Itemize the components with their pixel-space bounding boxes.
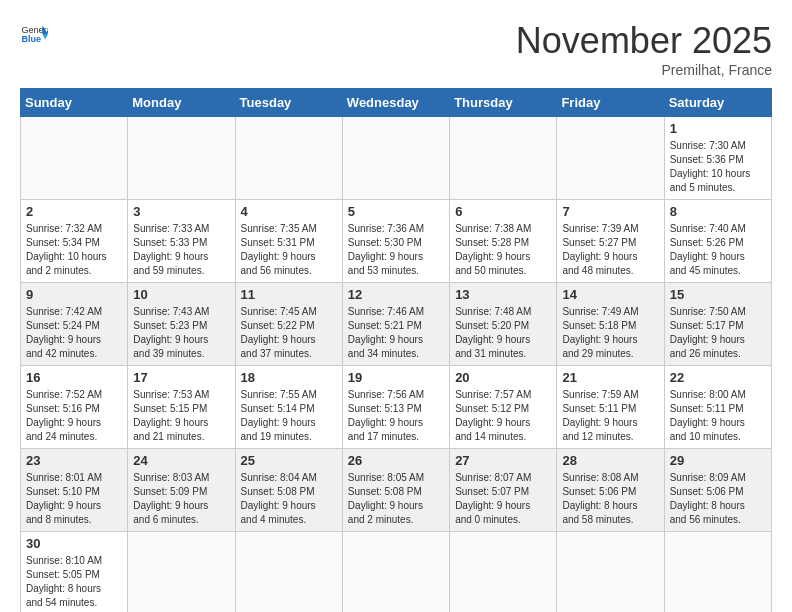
day-info: Sunrise: 7:36 AM Sunset: 5:30 PM Dayligh… bbox=[348, 222, 444, 278]
day-info: Sunrise: 8:10 AM Sunset: 5:05 PM Dayligh… bbox=[26, 554, 122, 610]
day-number: 10 bbox=[133, 287, 229, 302]
calendar-cell bbox=[664, 532, 771, 613]
day-number: 29 bbox=[670, 453, 766, 468]
column-header-tuesday: Tuesday bbox=[235, 89, 342, 117]
day-info: Sunrise: 7:35 AM Sunset: 5:31 PM Dayligh… bbox=[241, 222, 337, 278]
day-info: Sunrise: 7:38 AM Sunset: 5:28 PM Dayligh… bbox=[455, 222, 551, 278]
svg-marker-3 bbox=[42, 34, 48, 40]
calendar-cell: 1Sunrise: 7:30 AM Sunset: 5:36 PM Daylig… bbox=[664, 117, 771, 200]
calendar-week-row: 23Sunrise: 8:01 AM Sunset: 5:10 PM Dayli… bbox=[21, 449, 772, 532]
day-info: Sunrise: 7:40 AM Sunset: 5:26 PM Dayligh… bbox=[670, 222, 766, 278]
calendar-cell: 22Sunrise: 8:00 AM Sunset: 5:11 PM Dayli… bbox=[664, 366, 771, 449]
day-number: 9 bbox=[26, 287, 122, 302]
calendar-cell: 28Sunrise: 8:08 AM Sunset: 5:06 PM Dayli… bbox=[557, 449, 664, 532]
day-info: Sunrise: 8:09 AM Sunset: 5:06 PM Dayligh… bbox=[670, 471, 766, 527]
calendar-cell: 17Sunrise: 7:53 AM Sunset: 5:15 PM Dayli… bbox=[128, 366, 235, 449]
day-info: Sunrise: 7:49 AM Sunset: 5:18 PM Dayligh… bbox=[562, 305, 658, 361]
day-info: Sunrise: 7:32 AM Sunset: 5:34 PM Dayligh… bbox=[26, 222, 122, 278]
day-info: Sunrise: 7:39 AM Sunset: 5:27 PM Dayligh… bbox=[562, 222, 658, 278]
calendar-cell: 14Sunrise: 7:49 AM Sunset: 5:18 PM Dayli… bbox=[557, 283, 664, 366]
calendar-week-row: 2Sunrise: 7:32 AM Sunset: 5:34 PM Daylig… bbox=[21, 200, 772, 283]
calendar-cell: 18Sunrise: 7:55 AM Sunset: 5:14 PM Dayli… bbox=[235, 366, 342, 449]
day-info: Sunrise: 7:57 AM Sunset: 5:12 PM Dayligh… bbox=[455, 388, 551, 444]
day-info: Sunrise: 7:56 AM Sunset: 5:13 PM Dayligh… bbox=[348, 388, 444, 444]
calendar-cell: 7Sunrise: 7:39 AM Sunset: 5:27 PM Daylig… bbox=[557, 200, 664, 283]
day-info: Sunrise: 8:01 AM Sunset: 5:10 PM Dayligh… bbox=[26, 471, 122, 527]
calendar-cell: 3Sunrise: 7:33 AM Sunset: 5:33 PM Daylig… bbox=[128, 200, 235, 283]
day-number: 3 bbox=[133, 204, 229, 219]
day-info: Sunrise: 7:45 AM Sunset: 5:22 PM Dayligh… bbox=[241, 305, 337, 361]
calendar-subtitle: Premilhat, France bbox=[516, 62, 772, 78]
day-info: Sunrise: 7:42 AM Sunset: 5:24 PM Dayligh… bbox=[26, 305, 122, 361]
calendar-cell bbox=[342, 117, 449, 200]
calendar-cell bbox=[235, 117, 342, 200]
calendar-cell bbox=[450, 117, 557, 200]
calendar-cell: 5Sunrise: 7:36 AM Sunset: 5:30 PM Daylig… bbox=[342, 200, 449, 283]
day-number: 18 bbox=[241, 370, 337, 385]
day-number: 1 bbox=[670, 121, 766, 136]
calendar-cell: 20Sunrise: 7:57 AM Sunset: 5:12 PM Dayli… bbox=[450, 366, 557, 449]
calendar-cell: 9Sunrise: 7:42 AM Sunset: 5:24 PM Daylig… bbox=[21, 283, 128, 366]
calendar-cell: 11Sunrise: 7:45 AM Sunset: 5:22 PM Dayli… bbox=[235, 283, 342, 366]
calendar-cell bbox=[128, 532, 235, 613]
day-number: 26 bbox=[348, 453, 444, 468]
calendar-cell bbox=[21, 117, 128, 200]
logo-icon: General Blue bbox=[20, 20, 48, 48]
column-header-friday: Friday bbox=[557, 89, 664, 117]
day-number: 21 bbox=[562, 370, 658, 385]
day-number: 6 bbox=[455, 204, 551, 219]
day-info: Sunrise: 8:03 AM Sunset: 5:09 PM Dayligh… bbox=[133, 471, 229, 527]
day-number: 30 bbox=[26, 536, 122, 551]
day-info: Sunrise: 7:55 AM Sunset: 5:14 PM Dayligh… bbox=[241, 388, 337, 444]
day-info: Sunrise: 8:07 AM Sunset: 5:07 PM Dayligh… bbox=[455, 471, 551, 527]
day-number: 5 bbox=[348, 204, 444, 219]
calendar-cell: 26Sunrise: 8:05 AM Sunset: 5:08 PM Dayli… bbox=[342, 449, 449, 532]
calendar-cell: 13Sunrise: 7:48 AM Sunset: 5:20 PM Dayli… bbox=[450, 283, 557, 366]
calendar-cell bbox=[128, 117, 235, 200]
calendar-week-row: 30Sunrise: 8:10 AM Sunset: 5:05 PM Dayli… bbox=[21, 532, 772, 613]
calendar-cell: 12Sunrise: 7:46 AM Sunset: 5:21 PM Dayli… bbox=[342, 283, 449, 366]
calendar-cell: 19Sunrise: 7:56 AM Sunset: 5:13 PM Dayli… bbox=[342, 366, 449, 449]
day-number: 12 bbox=[348, 287, 444, 302]
day-info: Sunrise: 7:46 AM Sunset: 5:21 PM Dayligh… bbox=[348, 305, 444, 361]
day-number: 20 bbox=[455, 370, 551, 385]
calendar-cell: 6Sunrise: 7:38 AM Sunset: 5:28 PM Daylig… bbox=[450, 200, 557, 283]
column-header-monday: Monday bbox=[128, 89, 235, 117]
calendar-cell: 16Sunrise: 7:52 AM Sunset: 5:16 PM Dayli… bbox=[21, 366, 128, 449]
day-number: 2 bbox=[26, 204, 122, 219]
day-number: 7 bbox=[562, 204, 658, 219]
day-number: 16 bbox=[26, 370, 122, 385]
calendar-cell: 15Sunrise: 7:50 AM Sunset: 5:17 PM Dayli… bbox=[664, 283, 771, 366]
calendar-cell bbox=[235, 532, 342, 613]
day-number: 8 bbox=[670, 204, 766, 219]
day-number: 23 bbox=[26, 453, 122, 468]
calendar-title: November 2025 bbox=[516, 20, 772, 62]
calendar-week-row: 9Sunrise: 7:42 AM Sunset: 5:24 PM Daylig… bbox=[21, 283, 772, 366]
day-info: Sunrise: 8:04 AM Sunset: 5:08 PM Dayligh… bbox=[241, 471, 337, 527]
day-info: Sunrise: 7:48 AM Sunset: 5:20 PM Dayligh… bbox=[455, 305, 551, 361]
day-number: 14 bbox=[562, 287, 658, 302]
calendar-cell bbox=[342, 532, 449, 613]
day-info: Sunrise: 8:00 AM Sunset: 5:11 PM Dayligh… bbox=[670, 388, 766, 444]
calendar-cell: 27Sunrise: 8:07 AM Sunset: 5:07 PM Dayli… bbox=[450, 449, 557, 532]
day-info: Sunrise: 7:30 AM Sunset: 5:36 PM Dayligh… bbox=[670, 139, 766, 195]
calendar-cell: 8Sunrise: 7:40 AM Sunset: 5:26 PM Daylig… bbox=[664, 200, 771, 283]
day-number: 27 bbox=[455, 453, 551, 468]
calendar-table: SundayMondayTuesdayWednesdayThursdayFrid… bbox=[20, 88, 772, 612]
day-number: 22 bbox=[670, 370, 766, 385]
day-number: 17 bbox=[133, 370, 229, 385]
day-number: 15 bbox=[670, 287, 766, 302]
day-info: Sunrise: 7:43 AM Sunset: 5:23 PM Dayligh… bbox=[133, 305, 229, 361]
column-header-thursday: Thursday bbox=[450, 89, 557, 117]
day-number: 13 bbox=[455, 287, 551, 302]
logo: General Blue bbox=[20, 20, 48, 48]
calendar-week-row: 1Sunrise: 7:30 AM Sunset: 5:36 PM Daylig… bbox=[21, 117, 772, 200]
calendar-cell bbox=[557, 532, 664, 613]
calendar-cell: 25Sunrise: 8:04 AM Sunset: 5:08 PM Dayli… bbox=[235, 449, 342, 532]
header: General Blue November 2025 Premilhat, Fr… bbox=[20, 20, 772, 78]
calendar-cell: 21Sunrise: 7:59 AM Sunset: 5:11 PM Dayli… bbox=[557, 366, 664, 449]
column-header-wednesday: Wednesday bbox=[342, 89, 449, 117]
day-number: 11 bbox=[241, 287, 337, 302]
day-number: 19 bbox=[348, 370, 444, 385]
day-number: 28 bbox=[562, 453, 658, 468]
